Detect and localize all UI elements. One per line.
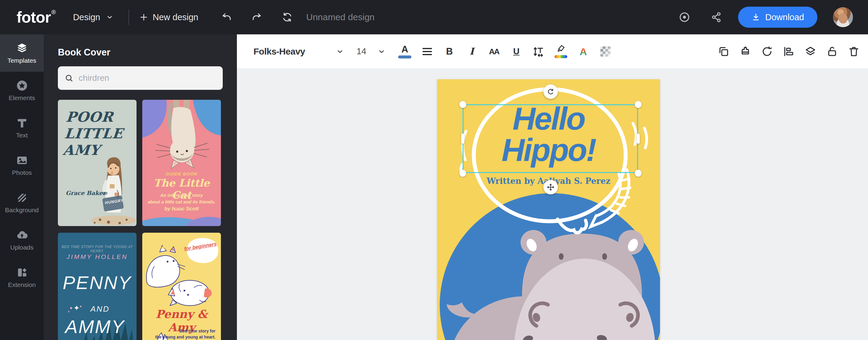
design-menu-label: Design — [73, 12, 100, 22]
template-3-title-line: AND — [90, 304, 110, 314]
text-effects-button[interactable]: A — [576, 41, 590, 62]
chevron-down-icon — [378, 48, 385, 56]
align-objects-button[interactable] — [782, 41, 796, 62]
download-label: Download — [765, 12, 804, 22]
font-family-select[interactable]: Folks-Heavy — [253, 47, 344, 57]
download-button[interactable]: Download — [738, 7, 817, 28]
cover-title-text[interactable]: Hello Hippo! — [437, 103, 660, 165]
template-1-author: Grace Baker — [66, 190, 105, 196]
sidebar-item-templates[interactable]: Templates — [0, 34, 44, 72]
object-group — [717, 41, 861, 62]
sidebar-item-background[interactable]: Background — [0, 184, 44, 221]
format-painter-button[interactable] — [738, 41, 752, 62]
search-input[interactable] — [79, 73, 216, 83]
redo-button[interactable] — [251, 12, 262, 23]
uploads-cloud-icon — [16, 229, 28, 241]
preview-eye-icon — [678, 11, 690, 23]
redo-icon — [251, 12, 262, 23]
sync-button[interactable] — [281, 11, 293, 23]
rotate-handle[interactable] — [544, 84, 558, 99]
share-button[interactable] — [710, 11, 722, 23]
resize-handle-top-left[interactable] — [459, 101, 466, 108]
letter-case-button[interactable]: AA — [487, 41, 501, 62]
highlight-button[interactable] — [554, 41, 568, 62]
sidebar-item-text[interactable]: Text — [0, 109, 44, 147]
resize-handle-top-right[interactable] — [635, 101, 642, 108]
user-avatar[interactable] — [833, 7, 853, 27]
logo-text: fotor — [17, 8, 51, 26]
elements-star-icon — [16, 80, 28, 92]
spacing-button[interactable] — [531, 41, 546, 62]
template-3-kicker: BED TIME STORY FOR THE YOUNG AT HEART. — [58, 245, 136, 253]
transparency-button[interactable] — [598, 41, 613, 62]
template-the-little-cat[interactable]: GUIDE BOOK The Little Cat An interesting… — [142, 100, 221, 226]
resize-handle-left[interactable] — [461, 133, 464, 144]
bold-button[interactable]: B — [442, 41, 457, 62]
preview-button[interactable] — [678, 11, 690, 23]
new-design-button[interactable]: New design — [139, 12, 198, 22]
template-2-description: An interesting story about a little cat … — [142, 192, 221, 205]
italic-button[interactable]: I — [464, 41, 479, 62]
layers-button[interactable] — [804, 41, 817, 62]
lock-button[interactable] — [825, 41, 839, 62]
plus-icon — [139, 13, 148, 22]
fotor-design-editor: fotor ® Design New design — [0, 0, 868, 340]
text-effects-icon: A — [580, 47, 587, 57]
template-penny-and-amy[interactable]: for beginners Penny & Amy Bed time story… — [142, 233, 221, 340]
text-color-button[interactable]: A — [398, 41, 412, 62]
move-handle-icon — [547, 183, 555, 191]
cover-title-line2: Hippo! — [437, 134, 660, 165]
chevron-down-icon — [106, 13, 113, 21]
text-align-button[interactable] — [420, 41, 434, 62]
resize-handle-bottom-right[interactable] — [635, 170, 642, 177]
design-menu[interactable]: Design — [73, 12, 113, 22]
topbar-divider — [128, 9, 129, 25]
registered-mark: ® — [51, 9, 56, 16]
italic-icon: I — [470, 47, 474, 56]
sidebar-item-uploads[interactable]: Uploads — [0, 221, 44, 258]
undo-button[interactable] — [221, 12, 232, 23]
highlight-color-bar — [555, 55, 567, 58]
text-color-swatch — [398, 56, 411, 59]
text-color-icon: A — [401, 44, 408, 54]
underline-button[interactable]: U — [509, 41, 524, 62]
template-poor-little-amy[interactable]: POOR LITTLE AMY Grace Baker HUNGRY — [58, 100, 136, 226]
resize-handle-bottom-left[interactable] — [459, 170, 466, 177]
background-stripes-icon — [16, 192, 28, 204]
delete-button[interactable] — [847, 41, 861, 62]
rotate-button[interactable] — [760, 41, 774, 62]
design-canvas[interactable]: Hello Hippo! Written by Aaliyah S. Perez — [437, 79, 660, 340]
move-handle[interactable] — [544, 180, 558, 194]
template-3-author: JIMMY HOLLEN — [58, 253, 136, 260]
template-2-kicker: GUIDE BOOK — [142, 171, 221, 176]
transparency-checker-icon — [600, 47, 611, 57]
unlock-icon — [826, 45, 838, 58]
rotate-icon — [761, 45, 773, 58]
duplicate-icon — [717, 45, 730, 58]
sidebar-label: Background — [5, 207, 38, 214]
sidebar-item-photos[interactable]: Photos — [0, 147, 44, 184]
highlight-pen-icon — [556, 44, 566, 54]
template-grid: POOR LITTLE AMY Grace Baker HUNGRY — [58, 100, 223, 340]
font-size-select[interactable]: 14 — [356, 47, 385, 56]
sidebar-item-extension[interactable]: Extension — [0, 258, 44, 296]
design-name-input[interactable] — [306, 12, 436, 22]
template-penny-and-ammy[interactable]: BED TIME STORY FOR THE YOUNG AT HEART. J… — [58, 233, 136, 340]
fotor-logo: fotor ® — [17, 8, 56, 26]
template-3-title-line: AMMY — [65, 316, 125, 337]
sidebar-label: Elements — [9, 94, 35, 101]
letter-case-icon: AA — [489, 48, 499, 56]
spacing-icon — [532, 45, 545, 58]
duplicate-button[interactable] — [717, 41, 731, 62]
text-toolbar: Folks-Heavy 14 A B I — [237, 34, 868, 69]
rotate-handle-icon — [547, 88, 555, 96]
sidebar-item-elements[interactable]: Elements — [0, 72, 44, 109]
format-painter-icon — [739, 45, 752, 58]
layers-icon — [804, 45, 817, 58]
format-group: A B I AA U — [398, 41, 613, 62]
undo-icon — [221, 12, 232, 23]
refresh-icon — [281, 11, 293, 23]
resize-handle-right[interactable] — [637, 133, 640, 144]
editor-area: Folks-Heavy 14 A B I — [237, 34, 868, 340]
template-search[interactable] — [58, 66, 223, 90]
